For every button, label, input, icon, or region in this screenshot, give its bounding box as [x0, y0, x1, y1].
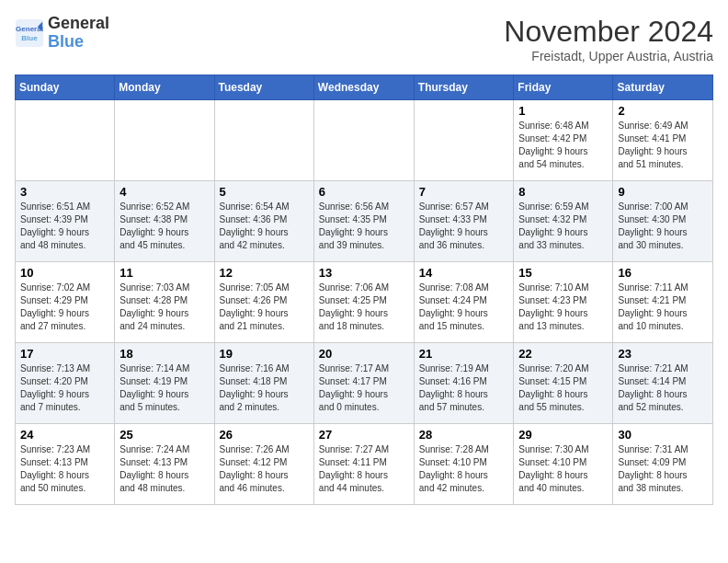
day-info: Sunrise: 7:28 AM Sunset: 4:10 PM Dayligh… — [419, 443, 509, 495]
day-info: Sunrise: 7:23 AM Sunset: 4:13 PM Dayligh… — [20, 443, 109, 495]
day-number: 8 — [518, 185, 608, 199]
day-number: 24 — [20, 428, 109, 442]
calendar-cell: 1Sunrise: 6:48 AM Sunset: 4:42 PM Daylig… — [514, 100, 613, 181]
column-header-tuesday: Tuesday — [214, 75, 313, 100]
calendar-cell: 26Sunrise: 7:26 AM Sunset: 4:12 PM Dayli… — [214, 424, 313, 505]
day-number: 15 — [518, 266, 608, 280]
day-number: 30 — [618, 428, 708, 442]
column-header-friday: Friday — [514, 75, 613, 100]
day-info: Sunrise: 7:27 AM Sunset: 4:11 PM Dayligh… — [319, 443, 409, 495]
day-info: Sunrise: 7:08 AM Sunset: 4:24 PM Dayligh… — [419, 282, 509, 333]
calendar-cell: 5Sunrise: 6:54 AM Sunset: 4:36 PM Daylig… — [214, 181, 313, 262]
calendar-week-row: 10Sunrise: 7:02 AM Sunset: 4:29 PM Dayli… — [16, 262, 713, 343]
day-info: Sunrise: 7:11 AM Sunset: 4:21 PM Dayligh… — [618, 282, 708, 333]
calendar-cell — [313, 100, 414, 181]
day-number: 25 — [119, 428, 209, 442]
day-info: Sunrise: 6:52 AM Sunset: 4:38 PM Dayligh… — [119, 201, 209, 252]
column-header-wednesday: Wednesday — [313, 75, 414, 100]
svg-text:Blue: Blue — [21, 34, 38, 42]
calendar-cell: 19Sunrise: 7:16 AM Sunset: 4:18 PM Dayli… — [214, 343, 313, 424]
day-number: 14 — [419, 266, 509, 280]
calendar-cell: 7Sunrise: 6:57 AM Sunset: 4:33 PM Daylig… — [414, 181, 514, 262]
day-info: Sunrise: 7:21 AM Sunset: 4:14 PM Dayligh… — [618, 362, 708, 414]
calendar-cell: 4Sunrise: 6:52 AM Sunset: 4:38 PM Daylig… — [115, 181, 214, 262]
calendar-week-row: 17Sunrise: 7:13 AM Sunset: 4:20 PM Dayli… — [16, 343, 713, 424]
day-number: 9 — [618, 185, 708, 199]
column-header-sunday: Sunday — [16, 75, 115, 100]
day-number: 26 — [220, 428, 309, 442]
day-number: 7 — [419, 185, 509, 199]
calendar-cell: 20Sunrise: 7:17 AM Sunset: 4:17 PM Dayli… — [313, 343, 414, 424]
logo-line1: General — [48, 15, 109, 33]
day-info: Sunrise: 6:49 AM Sunset: 4:41 PM Dayligh… — [618, 120, 708, 171]
day-info: Sunrise: 7:17 AM Sunset: 4:17 PM Dayligh… — [319, 362, 409, 414]
logo-line2: Blue — [48, 32, 84, 51]
calendar-week-row: 3Sunrise: 6:51 AM Sunset: 4:39 PM Daylig… — [16, 181, 713, 262]
day-info: Sunrise: 7:16 AM Sunset: 4:18 PM Dayligh… — [220, 362, 309, 414]
day-number: 23 — [618, 347, 708, 361]
column-header-saturday: Saturday — [613, 75, 713, 100]
page-header: General Blue General Blue November 2024 … — [15, 15, 713, 63]
day-info: Sunrise: 6:48 AM Sunset: 4:42 PM Dayligh… — [518, 120, 608, 171]
calendar-cell: 3Sunrise: 6:51 AM Sunset: 4:39 PM Daylig… — [16, 181, 115, 262]
calendar-cell: 29Sunrise: 7:30 AM Sunset: 4:10 PM Dayli… — [514, 424, 613, 505]
calendar-cell: 25Sunrise: 7:24 AM Sunset: 4:13 PM Dayli… — [115, 424, 214, 505]
day-info: Sunrise: 7:10 AM Sunset: 4:23 PM Dayligh… — [518, 282, 608, 333]
day-number: 20 — [319, 347, 409, 361]
calendar-week-row: 24Sunrise: 7:23 AM Sunset: 4:13 PM Dayli… — [16, 424, 713, 505]
calendar-cell: 22Sunrise: 7:20 AM Sunset: 4:15 PM Dayli… — [514, 343, 613, 424]
day-info: Sunrise: 7:14 AM Sunset: 4:19 PM Dayligh… — [119, 362, 209, 414]
calendar-cell: 16Sunrise: 7:11 AM Sunset: 4:21 PM Dayli… — [613, 262, 713, 343]
day-number: 28 — [419, 428, 509, 442]
calendar-cell: 27Sunrise: 7:27 AM Sunset: 4:11 PM Dayli… — [313, 424, 414, 505]
calendar-cell: 12Sunrise: 7:05 AM Sunset: 4:26 PM Dayli… — [214, 262, 313, 343]
calendar-cell: 9Sunrise: 7:00 AM Sunset: 4:30 PM Daylig… — [613, 181, 713, 262]
calendar-cell: 10Sunrise: 7:02 AM Sunset: 4:29 PM Dayli… — [16, 262, 115, 343]
day-number: 11 — [119, 266, 209, 280]
day-number: 1 — [518, 104, 608, 118]
calendar-cell: 24Sunrise: 7:23 AM Sunset: 4:13 PM Dayli… — [16, 424, 115, 505]
calendar-cell — [16, 100, 115, 181]
day-info: Sunrise: 7:24 AM Sunset: 4:13 PM Dayligh… — [119, 443, 209, 495]
day-number: 22 — [518, 347, 608, 361]
calendar-cell: 28Sunrise: 7:28 AM Sunset: 4:10 PM Dayli… — [414, 424, 514, 505]
day-number: 5 — [220, 185, 309, 199]
calendar-cell: 14Sunrise: 7:08 AM Sunset: 4:24 PM Dayli… — [414, 262, 514, 343]
day-info: Sunrise: 7:06 AM Sunset: 4:25 PM Dayligh… — [319, 282, 409, 333]
day-info: Sunrise: 7:02 AM Sunset: 4:29 PM Dayligh… — [20, 282, 109, 333]
day-info: Sunrise: 6:51 AM Sunset: 4:39 PM Dayligh… — [20, 201, 109, 252]
day-number: 2 — [618, 104, 708, 118]
calendar-cell — [214, 100, 313, 181]
day-info: Sunrise: 7:31 AM Sunset: 4:09 PM Dayligh… — [618, 443, 708, 495]
calendar-cell: 18Sunrise: 7:14 AM Sunset: 4:19 PM Dayli… — [115, 343, 214, 424]
calendar-cell: 30Sunrise: 7:31 AM Sunset: 4:09 PM Dayli… — [613, 424, 713, 505]
logo-text: General Blue — [48, 15, 109, 52]
calendar-cell: 8Sunrise: 6:59 AM Sunset: 4:32 PM Daylig… — [514, 181, 613, 262]
calendar-cell: 6Sunrise: 6:56 AM Sunset: 4:35 PM Daylig… — [313, 181, 414, 262]
day-info: Sunrise: 6:54 AM Sunset: 4:36 PM Dayligh… — [220, 201, 309, 252]
calendar-cell: 21Sunrise: 7:19 AM Sunset: 4:16 PM Dayli… — [414, 343, 514, 424]
calendar-cell: 17Sunrise: 7:13 AM Sunset: 4:20 PM Dayli… — [16, 343, 115, 424]
day-number: 6 — [319, 185, 409, 199]
day-number: 18 — [119, 347, 209, 361]
calendar-cell: 13Sunrise: 7:06 AM Sunset: 4:25 PM Dayli… — [313, 262, 414, 343]
day-number: 27 — [319, 428, 409, 442]
day-number: 29 — [518, 428, 608, 442]
day-info: Sunrise: 6:56 AM Sunset: 4:35 PM Dayligh… — [319, 201, 409, 252]
title-block: November 2024 Freistadt, Upper Austria, … — [504, 15, 713, 63]
calendar-header-row: SundayMondayTuesdayWednesdayThursdayFrid… — [16, 75, 713, 100]
day-info: Sunrise: 7:19 AM Sunset: 4:16 PM Dayligh… — [419, 362, 509, 414]
calendar-cell — [414, 100, 514, 181]
calendar-table: SundayMondayTuesdayWednesdayThursdayFrid… — [15, 75, 713, 505]
day-number: 16 — [618, 266, 708, 280]
logo-icon: General Blue — [15, 18, 44, 48]
column-header-thursday: Thursday — [414, 75, 514, 100]
day-number: 19 — [220, 347, 309, 361]
logo: General Blue General Blue — [15, 15, 109, 52]
calendar-cell: 2Sunrise: 6:49 AM Sunset: 4:41 PM Daylig… — [613, 100, 713, 181]
day-info: Sunrise: 7:05 AM Sunset: 4:26 PM Dayligh… — [220, 282, 309, 333]
day-info: Sunrise: 7:26 AM Sunset: 4:12 PM Dayligh… — [220, 443, 309, 495]
day-info: Sunrise: 6:59 AM Sunset: 4:32 PM Dayligh… — [518, 201, 608, 252]
main-title: November 2024 — [504, 15, 713, 49]
day-info: Sunrise: 7:03 AM Sunset: 4:28 PM Dayligh… — [119, 282, 209, 333]
